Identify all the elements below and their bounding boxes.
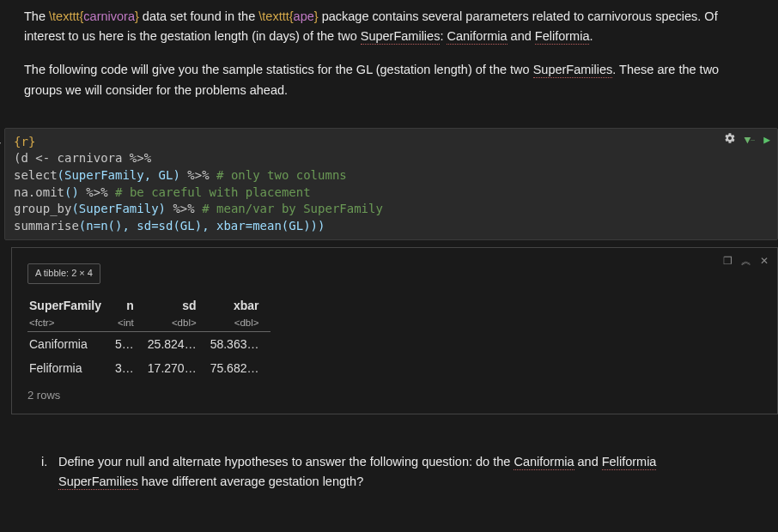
code-pipe: %>% [180, 168, 216, 182]
spellcheck-underline: SuperFamilies [58, 475, 138, 490]
latex-arg-carnivora: carnivora [83, 9, 135, 23]
col-header-xbar: xbar<dbl> [209, 294, 271, 331]
table-header-row: SuperFamily<fctr> n<int sd<dbl> xbar<dbl… [27, 294, 270, 331]
code-comment: # be careful with placement [115, 185, 311, 199]
code-comment: # mean/var by SuperFamily [202, 202, 383, 215]
latex-cmd: \texttt [49, 9, 79, 23]
code-content[interactable]: {r} (d <- carnivora %>% select(SuperFami… [14, 134, 769, 235]
cell-superfamily: Caniformia [27, 331, 113, 356]
col-type: <int [115, 315, 134, 330]
text: have different average gestation length? [138, 475, 364, 488]
text: and [574, 455, 602, 469]
output-window-icon[interactable]: ❐ [723, 253, 732, 269]
spellcheck-underline: Feliformia [602, 455, 657, 470]
spellcheck-underline: Feliformia [535, 29, 590, 45]
run-above-icon[interactable]: ▼_ [745, 133, 756, 148]
table-row: Caniformia 5… 25.824… 58.363… [27, 331, 270, 356]
text: The [24, 9, 49, 23]
tibble-table: SuperFamily<fctr> n<int sd<dbl> xbar<dbl… [27, 294, 270, 381]
col-type: <fctr> [29, 315, 101, 330]
code-func: group_by [14, 202, 71, 215]
code-chunk-toolbar: ▼_ ▶ [724, 132, 770, 149]
text: . [589, 29, 593, 43]
spellcheck-underline: SuperFamilies [361, 29, 441, 45]
col-name: xbar [234, 299, 259, 312]
code-args: (SuperFamily, GL) [58, 168, 180, 182]
code-pipe: %>% [79, 185, 115, 199]
table-row: Feliformia 3… 17.270… 75.682… [27, 356, 270, 380]
code-func: select [14, 168, 58, 182]
code-chunk-container: ▾ ▼_ ▶ {r} (d <- carnivora %>% select(Su… [0, 128, 778, 241]
intro-paragraph-2: The following code will give you the sam… [24, 60, 754, 100]
text: and [508, 29, 535, 43]
col-name: sd [182, 299, 196, 312]
cell-superfamily: Feliformia [27, 356, 113, 380]
col-type: <dbl> [148, 315, 197, 330]
intro-paragraph-1: The \texttt{carnivora} data set found in… [24, 7, 754, 46]
spellcheck-underline: Caniformia [514, 455, 574, 470]
output-close-icon[interactable]: ✕ [760, 253, 769, 269]
col-header-sd: sd<dbl> [146, 294, 209, 331]
latex-arg-ape: ape [294, 9, 314, 23]
text: The following code will give you the sam… [24, 63, 533, 76]
col-name: SuperFamily [29, 299, 101, 312]
row-count-label: 2 rows [27, 387, 769, 405]
chunk-output: ❐ ︽ ✕ A tibble: 2 × 4 SuperFamily<fctr> … [11, 247, 778, 414]
code-func: summarise [14, 219, 79, 233]
tibble-dim-badge: A tibble: 2 × 4 [27, 263, 100, 284]
spellcheck-underline: SuperFamilies [533, 63, 613, 78]
text: data set found in the [139, 9, 258, 23]
code-pipe: %>% [166, 202, 202, 215]
col-header-n: n<int [113, 294, 146, 331]
code-chunk[interactable]: ▼_ ▶ {r} (d <- carnivora %>% select(Supe… [4, 128, 778, 241]
latex-cmd: \texttt [258, 9, 289, 23]
code-args: (n=n(), sd=sd(GL), xbar=mean(GL))) [79, 219, 325, 233]
cell-xbar: 58.363… [209, 331, 271, 356]
col-header-superfamily: SuperFamily<fctr> [27, 294, 113, 331]
gear-icon[interactable] [724, 132, 736, 149]
cell-sd: 25.824… [146, 331, 209, 356]
text: Define your null and alternate hypothese… [58, 455, 514, 469]
cell-n: 5… [113, 331, 146, 356]
code-line: (d <- carnivora %>% [14, 151, 151, 165]
code-func: na.omit [14, 185, 64, 199]
code-args: () [64, 185, 79, 199]
code-comment: # only two columns [216, 168, 347, 182]
question-text: Define your null and alternate hypothese… [58, 452, 738, 492]
question-item: i. Define your null and alternate hypoth… [41, 452, 754, 492]
cell-sd: 17.270… [146, 356, 209, 380]
code-args: (SuperFamily) [71, 202, 166, 215]
col-type: <dbl> [210, 315, 259, 330]
col-name: n [126, 299, 134, 312]
run-chunk-icon[interactable]: ▶ [763, 133, 770, 148]
cell-xbar: 75.682… [209, 356, 271, 380]
cell-n: 3… [113, 356, 146, 380]
chunk-brace: } [28, 135, 35, 148]
list-marker: i. [41, 452, 53, 492]
spellcheck-underline: Caniformia [447, 29, 507, 45]
chunk-lang: r [21, 135, 27, 148]
output-toolbar: ❐ ︽ ✕ [723, 253, 769, 269]
output-collapse-icon[interactable]: ︽ [741, 253, 751, 269]
